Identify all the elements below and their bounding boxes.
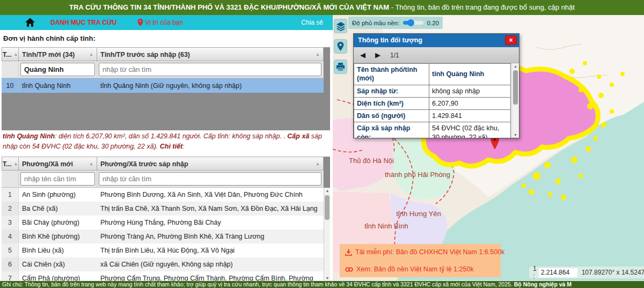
province-old-filter-input[interactable] — [99, 63, 321, 76]
popup-row-label: Sáp nhập từ: — [354, 85, 429, 97]
scale-prefix: 1 : — [533, 265, 537, 280]
province-table: T...▲ Tỉnh/TP mới (34)▲ Tỉnh/TP trước sá… — [2, 47, 330, 130]
slider-handle[interactable] — [407, 19, 414, 26]
col-header-province-new[interactable]: Tỉnh/TP mới (34)▲ — [19, 47, 97, 61]
opacity-slider[interactable] — [403, 21, 423, 25]
scrollbar-thumb[interactable] — [325, 195, 330, 220]
ward-row[interactable]: 6 Cái Chiên (xã) xã Cái Chiên (Giữ nguyê… — [2, 257, 324, 271]
ward-row[interactable]: 3 Bãi Cháy (phường) Phường Hùng Thắng, P… — [2, 216, 324, 230]
opacity-control: Độ phủ mầu nền: 0.20 — [348, 17, 443, 29]
view-link-text: Xem: Bản đồ nền Việt Nam tỷ lệ 1:250k — [356, 265, 474, 273]
popup-row: Tên thành phố/tỉnh (mới) tỉnh Quảng Ninh — [354, 64, 511, 85]
ward-row[interactable]: 4 Bình Khê (phường) Phường Tràng An, Phư… — [2, 230, 324, 243]
scroll-up-icon[interactable]: ▲ — [512, 64, 519, 68]
download-icon — [345, 249, 352, 256]
map-links-box: Tải miễn phí: Bản đồ CHXHCN Việt Nam 1:6… — [340, 244, 501, 277]
location-pin-icon — [337, 42, 344, 51]
popup-row-label: Dân số (người) — [354, 110, 429, 122]
ward-filter-row — [2, 171, 324, 188]
ward-table-scrollbar[interactable]: ▲ ▼ — [324, 188, 330, 281]
province-row-new: tỉnh Quảng Ninh — [19, 78, 97, 93]
ward-new-filter-input[interactable] — [20, 172, 95, 186]
filter-cell-empty — [2, 61, 19, 78]
pager-count: 1/1 — [390, 51, 399, 59]
popup-row: Dân số (người) 1.429.841 — [354, 110, 511, 122]
ward-table-header: T...▲ Phường/Xã mới▲ Phường/Xã trước sáp… — [2, 157, 324, 171]
col-header-ward-new[interactable]: Phường/Xã mới▲ — [19, 157, 97, 171]
view-basemap-link[interactable]: Xem: Bản đồ nền Việt Nam tỷ lệ 1:250k — [345, 265, 495, 273]
opacity-value: 0.20 — [427, 20, 439, 26]
popup-pager: ◀ ▶ 1/1 — [354, 47, 519, 63]
map-panel: Thủ đô Hà Nội thành phố Hải Phòng tỉnh H… — [333, 15, 644, 281]
popup-row-value: không sáp nhập — [429, 85, 511, 97]
sort-icon: ▲ — [316, 161, 320, 166]
col-header-index[interactable]: T...▲ — [2, 47, 19, 61]
popup-row-value: 54 ĐVHC (02 đặc khu, 30 phường, 22 xã) — [429, 122, 511, 138]
popup-row-value: tỉnh Quảng Ninh — [429, 64, 511, 85]
col-header-ward-old[interactable]: Phường/Xã trước sáp nhập▲ — [97, 157, 324, 171]
pager-prev-icon[interactable]: ◀ — [360, 51, 365, 59]
sort-icon: ▲ — [13, 52, 18, 57]
layers-icon — [336, 21, 346, 31]
province-row-selected[interactable]: 10 tỉnh Quảng Ninh tỉnh Quảng Ninh (Giữ … — [2, 78, 324, 93]
ward-table: T...▲ Phường/Xã mới▲ Phường/Xã trước sáp… — [2, 157, 330, 281]
app-window: TRA CỨU THÔNG TIN 34 TỈNH/THÀNH PHỐ VÀ 3… — [0, 0, 644, 288]
map-label-ha-noi: Thủ đô Hà Nội — [349, 157, 394, 165]
scroll-up-icon[interactable]: ▲ — [324, 189, 330, 193]
scroll-down-icon[interactable]: ▼ — [512, 133, 519, 137]
close-icon: × — [509, 37, 513, 43]
popup-close-button[interactable]: × — [505, 35, 517, 45]
ward-row[interactable]: 5 Bình Liêu (xã) Thị trấn Bình Liêu, Xã … — [2, 243, 324, 257]
province-table-header: T...▲ Tỉnh/TP mới (34)▲ Tỉnh/TP trước sá… — [2, 47, 324, 61]
map-label-ninh-binh: tỉnh Ninh Bình — [364, 222, 408, 230]
printer-icon — [336, 63, 345, 71]
download-link-text: Tải miễn phí: Bản đồ CHXHCN Việt Nam 1:6… — [355, 248, 504, 256]
home-icon[interactable] — [25, 18, 35, 27]
province-row-index: 10 — [2, 78, 19, 93]
left-panel: DANH MỤC TRA CỨU Vị trí của bạn Chia sẻ … — [0, 15, 333, 281]
ward-row[interactable]: 1 An Sinh (phường) Phường Bình Dương, Xã… — [2, 188, 324, 202]
map-scale-bar: 1 : 107.89270° x 14.52470° — [529, 267, 644, 278]
col-header-province-old[interactable]: Tỉnh/TP trước sáp nhập (63)▲ — [97, 47, 324, 61]
page-title: TRA CỨU THÔNG TIN 34 TỈNH/THÀNH PHỐ VÀ 3… — [0, 0, 644, 15]
province-filter-row — [2, 61, 324, 78]
sort-icon: ▲ — [89, 52, 93, 57]
popup-title-text: Thông tin đối tượng — [358, 36, 422, 44]
map-label-hung-yen: tỉnh Hưng Yên — [396, 210, 441, 218]
section-title-province: Đơn vị hành chính cấp tỉnh: — [3, 34, 96, 42]
ward-row[interactable]: 7 Cẩm Phả (phường) Phường Cẩm Trung, Phư… — [2, 271, 324, 281]
page-title-main: TRA CỨU THÔNG TIN 34 TỈNH/THÀNH PHỐ VÀ 3… — [69, 3, 389, 11]
ward-old-filter-input[interactable] — [99, 172, 321, 186]
opacity-label: Độ phủ mầu nền: — [352, 20, 399, 26]
pager-next-icon[interactable]: ▶ — [375, 51, 380, 59]
popup-row-value: 6.207,90 — [429, 97, 511, 109]
navbar: DANH MỤC TRA CỨU Vị trí của bạn Chia sẻ — [0, 15, 333, 30]
scale-input[interactable] — [539, 268, 577, 277]
cursor-coordinates: 107.89270° x 14.52470° — [582, 269, 644, 276]
popup-row-label: Cấp xã sáp nhập còn: — [354, 122, 429, 138]
province-new-filter-input[interactable] — [20, 63, 95, 76]
popup-row-label: Diện tích (km²) — [354, 97, 429, 109]
scrollbar-thumb[interactable] — [513, 70, 518, 105]
col-header-index[interactable]: T...▲ — [2, 157, 19, 171]
locate-button[interactable] — [334, 39, 347, 54]
page-title-suffix: - Thông tin, bản đồ trên trang đang được… — [389, 3, 575, 11]
popup-scrollbar[interactable]: ▲ ▼ — [511, 63, 519, 138]
nav-menu-danh-muc[interactable]: DANH MỤC TRA CỨU — [50, 19, 117, 26]
popup-attribute-table: Tên thành phố/tỉnh (mới) tỉnh Quảng Ninh… — [354, 63, 511, 138]
sort-icon: ▲ — [316, 52, 320, 57]
popup-body: Tên thành phố/tỉnh (mới) tỉnh Quảng Ninh… — [354, 63, 519, 138]
nav-location-label: Vị trí của bạn — [145, 19, 184, 26]
layers-button[interactable] — [334, 19, 347, 33]
popup-row-label: Tên thành phố/tỉnh (mới) — [354, 64, 429, 85]
location-pin-icon — [137, 19, 143, 26]
share-button[interactable]: Chia sẻ — [301, 19, 323, 26]
sort-icon: ▲ — [13, 161, 18, 166]
nav-your-location[interactable]: Vị trí của bạn — [137, 19, 184, 26]
download-map-link[interactable]: Tải miễn phí: Bản đồ CHXHCN Việt Nam 1:6… — [345, 248, 495, 256]
map-label-hai-phong: thành phố Hải Phòng — [385, 171, 450, 179]
scroll-down-icon[interactable]: ▼ — [324, 276, 330, 280]
print-button[interactable] — [334, 60, 347, 74]
map-controls — [334, 19, 347, 74]
ward-row[interactable]: 2 Ba Chẽ (xã) Thị trấn Ba Chẽ, Xã Thanh … — [2, 202, 324, 216]
